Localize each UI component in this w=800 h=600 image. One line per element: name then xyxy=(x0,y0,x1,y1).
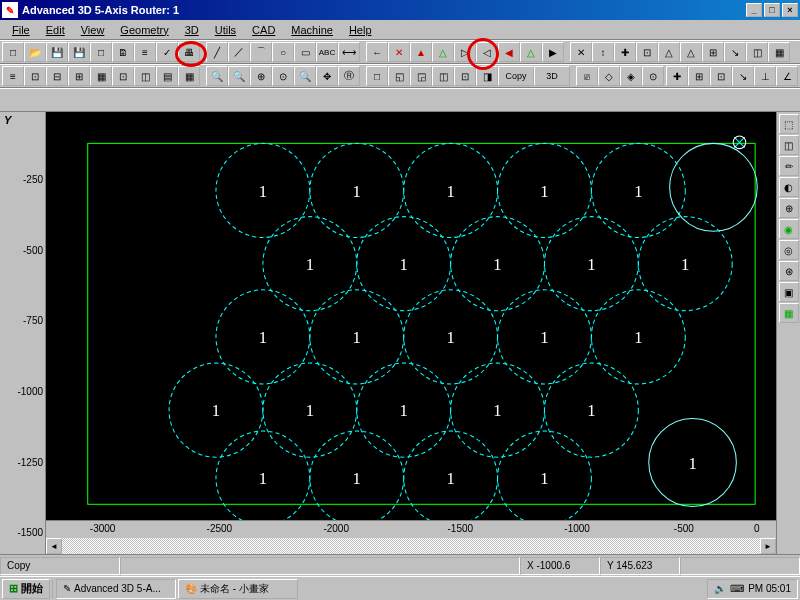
tb-text[interactable]: ABC xyxy=(316,42,338,62)
tb-o1[interactable]: ⎚ xyxy=(576,66,598,86)
tb2-f[interactable]: ⊡ xyxy=(112,66,134,86)
tb-up3[interactable]: △ xyxy=(520,42,542,62)
start-button[interactable]: ⊞ 開始 xyxy=(2,579,50,599)
tb-play[interactable]: ▷ xyxy=(454,42,476,62)
tb-ax[interactable]: ⊥ xyxy=(754,66,776,86)
tb-m10[interactable]: ▦ xyxy=(768,42,790,62)
tb-close[interactable]: □ xyxy=(90,42,112,62)
tb-v6[interactable]: ◨ xyxy=(476,66,498,86)
tb-o4[interactable]: ⊙ xyxy=(642,66,664,86)
menu-file[interactable]: File xyxy=(4,22,38,38)
tb-doc[interactable]: 🗎 xyxy=(112,42,134,62)
tb-check[interactable]: ✓ xyxy=(156,42,178,62)
tb-m5[interactable]: △ xyxy=(658,42,680,62)
menu-3d[interactable]: 3D xyxy=(177,22,207,38)
tb-o2[interactable]: ◇ xyxy=(598,66,620,86)
tb-m1[interactable]: ✕ xyxy=(570,42,592,62)
tb-v4[interactable]: ◫ xyxy=(432,66,454,86)
tray-icon2[interactable]: ⌨ xyxy=(730,583,744,594)
tb-v5[interactable]: ⊡ xyxy=(454,66,476,86)
tb-rect[interactable]: ▭ xyxy=(294,42,316,62)
tb-v2[interactable]: ◱ xyxy=(388,66,410,86)
tb-3d[interactable]: 3D xyxy=(534,66,570,86)
menu-edit[interactable]: Edit xyxy=(38,22,73,38)
tb-list[interactable]: ≡ xyxy=(134,42,156,62)
tb-arc[interactable]: ⌒ xyxy=(250,42,272,62)
tb2-d[interactable]: ⊞ xyxy=(68,66,90,86)
tb-m7[interactable]: ⊞ xyxy=(702,42,724,62)
tb2-e[interactable]: ▦ xyxy=(90,66,112,86)
tb-m3[interactable]: ✚ xyxy=(614,42,636,62)
system-tray[interactable]: 🔊 ⌨ PM 05:01 xyxy=(707,579,798,599)
rt-1[interactable]: ⬚ xyxy=(779,114,799,134)
menu-cad[interactable]: CAD xyxy=(244,22,283,38)
close-button[interactable]: × xyxy=(782,3,798,17)
tb-print[interactable]: 🖶 xyxy=(178,42,200,62)
maximize-button[interactable]: □ xyxy=(764,3,780,17)
scroll-right-button[interactable]: ► xyxy=(760,538,776,554)
tb-m9[interactable]: ◫ xyxy=(746,42,768,62)
tb2-g[interactable]: ◫ xyxy=(134,66,156,86)
rt-5[interactable]: ⊕ xyxy=(779,198,799,218)
tb-next[interactable]: ▶ xyxy=(542,42,564,62)
rt-4[interactable]: ◐ xyxy=(779,177,799,197)
tb-zoomf[interactable]: ⊕ xyxy=(250,66,272,86)
tb-snap[interactable]: ↘ xyxy=(732,66,754,86)
tb2-b[interactable]: ⊡ xyxy=(24,66,46,86)
tb2-i[interactable]: ▦ xyxy=(178,66,200,86)
rt-6[interactable]: ◉ xyxy=(779,219,799,239)
tb-seg[interactable]: ╱ xyxy=(206,42,228,62)
rt-3[interactable]: ✏ xyxy=(779,156,799,176)
scroll-left-button[interactable]: ◄ xyxy=(46,538,62,554)
menu-utils[interactable]: Utils xyxy=(207,22,244,38)
tb-cross[interactable]: ✚ xyxy=(666,66,688,86)
tb-up2[interactable]: △ xyxy=(432,42,454,62)
task-app[interactable]: ✎ Advanced 3D 5-A... xyxy=(56,579,176,599)
tb-line[interactable]: ／ xyxy=(228,42,250,62)
tb-del[interactable]: ✕ xyxy=(388,42,410,62)
scroll-track[interactable] xyxy=(62,538,760,554)
menu-geometry[interactable]: Geometry xyxy=(112,22,176,38)
menu-help[interactable]: Help xyxy=(341,22,380,38)
rt-7[interactable]: ◎ xyxy=(779,240,799,260)
tb-zoomin[interactable]: 🔍 xyxy=(206,66,228,86)
tb-save[interactable]: 💾 xyxy=(46,42,68,62)
tb-o3[interactable]: ◈ xyxy=(620,66,642,86)
tb-grid1[interactable]: ⊞ xyxy=(688,66,710,86)
tb-zooma[interactable]: 🔍 xyxy=(294,66,316,86)
rt-8[interactable]: ⊛ xyxy=(779,261,799,281)
rt-2[interactable]: ◫ xyxy=(779,135,799,155)
tb-m8[interactable]: ↘ xyxy=(724,42,746,62)
tb-circle[interactable]: ○ xyxy=(272,42,294,62)
tb-m2[interactable]: ↕ xyxy=(592,42,614,62)
menu-machine[interactable]: Machine xyxy=(283,22,341,38)
tb-ang[interactable]: ∠ xyxy=(776,66,798,86)
tb-grid2[interactable]: ⊡ xyxy=(710,66,732,86)
tb2-h[interactable]: ▤ xyxy=(156,66,178,86)
menu-view[interactable]: View xyxy=(73,22,113,38)
tb-new[interactable]: □ xyxy=(2,42,24,62)
scrollbar-h[interactable]: ◄ ► xyxy=(46,538,776,554)
task-paint[interactable]: 🎨 未命名 - 小畫家 xyxy=(178,579,298,599)
tb2-a[interactable]: ≡ xyxy=(2,66,24,86)
tb-prevr[interactable]: ◀ xyxy=(498,42,520,62)
tb-open[interactable]: 📂 xyxy=(24,42,46,62)
tb-copy[interactable]: Copy xyxy=(498,66,534,86)
tb-m4[interactable]: ⊡ xyxy=(636,42,658,62)
tb-v3[interactable]: ◲ xyxy=(410,66,432,86)
minimize-button[interactable]: _ xyxy=(746,3,762,17)
tray-icon[interactable]: 🔊 xyxy=(714,583,726,594)
tb-r[interactable]: Ⓡ xyxy=(338,66,360,86)
tb-back[interactable]: ← xyxy=(366,42,388,62)
tb-prev[interactable]: ◁ xyxy=(476,42,498,62)
tb-zoomout[interactable]: 🔍 xyxy=(228,66,250,86)
rt-10[interactable]: ▦ xyxy=(779,303,799,323)
tb-dim[interactable]: ⟷ xyxy=(338,42,360,62)
tb-saveas[interactable]: 💾 xyxy=(68,42,90,62)
rt-9[interactable]: ▣ xyxy=(779,282,799,302)
canvas[interactable]: 1 1 1 1 1 1 1 1 1 1 1 1 1 1 1 1 1 xyxy=(46,112,776,520)
tb-pan[interactable]: ✥ xyxy=(316,66,338,86)
tb-zoomw[interactable]: ⊙ xyxy=(272,66,294,86)
tb-up1[interactable]: ▲ xyxy=(410,42,432,62)
tb-m6[interactable]: △ xyxy=(680,42,702,62)
